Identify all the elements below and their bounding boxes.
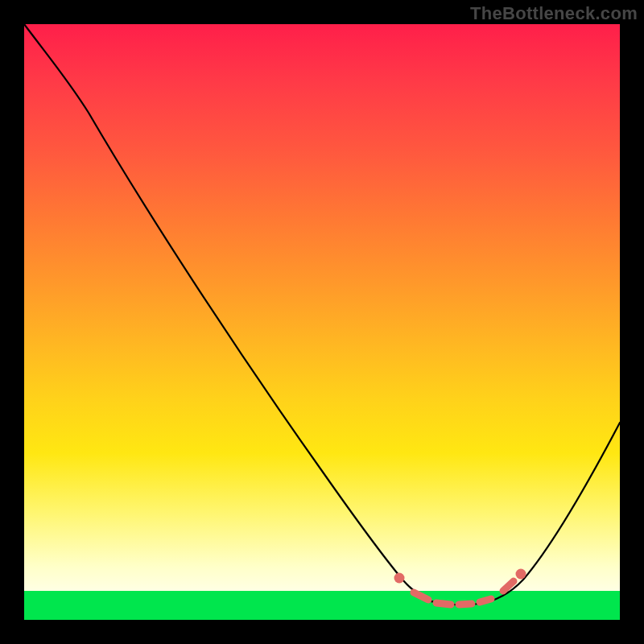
marker-dot-right — [516, 569, 526, 580]
bottleneck-curve — [24, 24, 620, 605]
marker-dot-left — [394, 573, 405, 584]
marker-dash-4 — [480, 599, 491, 602]
marker-dash-2 — [436, 603, 451, 605]
chart-svg — [24, 24, 620, 620]
marker-dash-3 — [459, 604, 472, 605]
watermark-text: TheBottleneck.com — [470, 3, 638, 24]
marker-dash-1 — [414, 592, 428, 600]
plot-area — [24, 24, 620, 620]
chart-frame: TheBottleneck.com — [0, 0, 644, 644]
